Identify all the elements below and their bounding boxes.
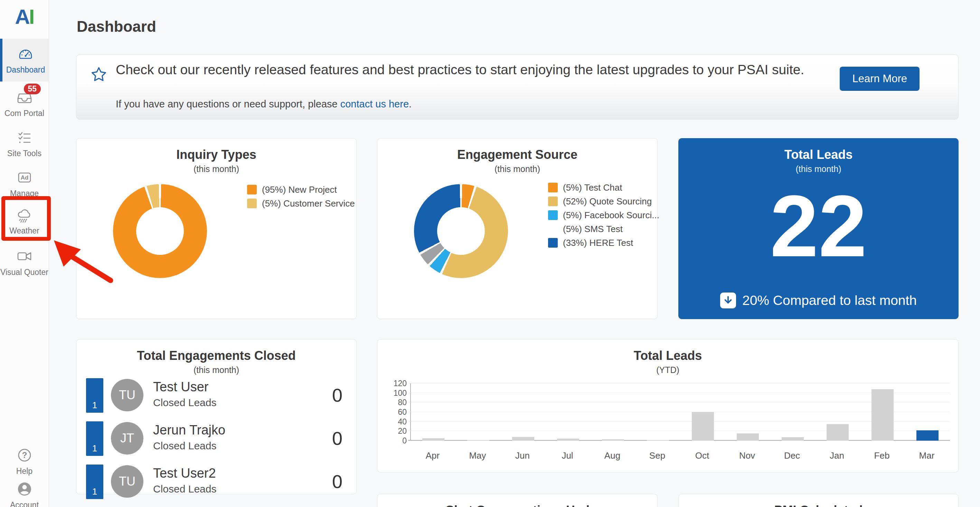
row-value: 0 bbox=[332, 385, 342, 406]
sidebar-item-label: Help bbox=[16, 467, 32, 476]
svg-text:Ad: Ad bbox=[21, 175, 28, 181]
card-title: Total Leads bbox=[377, 348, 958, 363]
total-leads-month-card: Total Leads (this month) 22 20% Compared… bbox=[678, 138, 959, 319]
bars bbox=[411, 383, 950, 441]
x-tick-label: Nov bbox=[725, 450, 770, 461]
card-subtitle: (YTD) bbox=[377, 365, 958, 375]
star-icon bbox=[90, 66, 107, 84]
sidebar-item-visual-quoter[interactable]: Visual Quoter bbox=[0, 246, 49, 279]
sidebar-item-account[interactable]: Account bbox=[0, 478, 49, 507]
bar-slot bbox=[815, 383, 860, 441]
dashboard-gauge-icon bbox=[17, 46, 34, 62]
card-subtitle: (this month) bbox=[377, 164, 657, 174]
x-tick-label: Feb bbox=[859, 450, 904, 461]
legend-label: (52%) Quote Sourcing bbox=[563, 196, 652, 207]
legend-swatch bbox=[548, 238, 558, 248]
banner-message: Check out our recently released features… bbox=[116, 60, 848, 79]
sidebar-item-help[interactable]: ? Help bbox=[0, 444, 49, 479]
sidebar-item-dashboard[interactable]: Dashboard bbox=[0, 39, 49, 81]
user-name: Test User bbox=[153, 380, 208, 394]
y-tick-label: 80 bbox=[379, 398, 407, 407]
user-name: Jerun Trajko bbox=[153, 423, 225, 437]
bar-chart-plot-area: 020406080100120 bbox=[410, 383, 950, 441]
legend-item[interactable]: (5%) Test Chat bbox=[548, 181, 659, 194]
cloud-rain-icon bbox=[16, 207, 33, 223]
bar-mar bbox=[916, 430, 939, 441]
card-title: Total Leads bbox=[679, 148, 958, 162]
legend-item[interactable]: (5%) Customer Service bbox=[247, 197, 355, 210]
y-tick-label: 100 bbox=[379, 389, 407, 397]
learn-more-button[interactable]: Learn More bbox=[840, 67, 920, 91]
x-tick-label: May bbox=[455, 450, 500, 461]
x-tick-label: Sep bbox=[635, 450, 680, 461]
bar-slot bbox=[456, 383, 501, 441]
x-tick-label: Mar bbox=[904, 450, 949, 461]
bar-sep bbox=[647, 440, 669, 441]
app-logo[interactable]: AI bbox=[0, 5, 49, 29]
announcement-banner: Check out our recently released features… bbox=[76, 54, 959, 119]
x-axis-labels: AprMayJunJulAugSepOctNovDecJanFebMar bbox=[410, 450, 949, 461]
bar-slot bbox=[635, 383, 680, 441]
engagement-source-donut-chart bbox=[414, 184, 508, 278]
x-tick-label: Jan bbox=[815, 450, 859, 461]
bar-jun bbox=[512, 437, 534, 441]
avatar: TU bbox=[111, 379, 143, 411]
bar-slot bbox=[770, 383, 815, 441]
logo-letter-i: I bbox=[29, 5, 34, 28]
row-sublabel: Closed Leads bbox=[153, 440, 216, 452]
banner-support-text: If you have any questions or need suppor… bbox=[116, 99, 412, 110]
bar-slot bbox=[590, 383, 635, 441]
card-subtitle: (this month) bbox=[76, 365, 356, 375]
engagement-source-card: Engagement Source (this month) (5%) Test… bbox=[377, 138, 658, 319]
card-subtitle: (this month) bbox=[679, 164, 958, 174]
bar-may bbox=[467, 440, 489, 441]
x-tick-label: Aug bbox=[590, 450, 635, 461]
inquiry-types-legend: (95%) New Project(5%) Customer Service bbox=[247, 183, 355, 210]
banner-support-prefix: If you have any questions or need suppor… bbox=[116, 99, 340, 110]
y-tick-label: 40 bbox=[379, 418, 407, 426]
x-tick-label: Oct bbox=[680, 450, 725, 461]
sidebar-item-manage[interactable]: Ad Manage bbox=[0, 167, 49, 201]
legend-item[interactable]: (5%) Facebook Sourci... bbox=[548, 208, 659, 222]
bar-apr bbox=[422, 438, 444, 441]
bar-slot bbox=[680, 383, 725, 441]
card-title: Total Engagements Closed bbox=[76, 348, 356, 363]
donut-hole bbox=[437, 207, 485, 255]
avatar: TU bbox=[111, 465, 143, 497]
legend-label: (33%) HERE Test bbox=[563, 238, 633, 248]
sidebar-item-site-tools[interactable]: Site Tools bbox=[0, 125, 49, 162]
legend-item[interactable]: (95%) New Project bbox=[247, 183, 355, 197]
sidebar-item-com-portal[interactable]: 55 Com Portal bbox=[0, 84, 49, 123]
ad-icon: Ad bbox=[16, 169, 33, 186]
bar-jul bbox=[557, 439, 579, 441]
bar-slot bbox=[411, 383, 456, 441]
legend-item[interactable]: (5%) SMS Test bbox=[548, 222, 659, 236]
bar-feb bbox=[872, 389, 894, 441]
x-tick-label: Dec bbox=[770, 450, 815, 461]
legend-label: (5%) Customer Service bbox=[262, 198, 355, 209]
leaderboard-row: 1JTJerun TrajkoClosed Leads0 bbox=[76, 420, 356, 463]
arrow-down-square-icon bbox=[720, 292, 736, 308]
row-value: 0 bbox=[332, 428, 342, 449]
sidebar-item-weather[interactable]: Weather bbox=[0, 205, 49, 238]
leaderboard-row: 1TUTest User2Closed Leads0 bbox=[76, 463, 356, 506]
sidebar-item-label: Weather bbox=[10, 226, 40, 235]
leaderboard-row: 1TUTest UserClosed Leads0 bbox=[76, 377, 356, 420]
card-title: Inquiry Types bbox=[76, 148, 356, 162]
card-title: Chat Conversations Had bbox=[377, 503, 657, 507]
inquiry-types-card: Inquiry Types (this month) (95%) New Pro… bbox=[76, 138, 356, 319]
row-value: 0 bbox=[332, 471, 342, 492]
legend-item[interactable]: (52%) Quote Sourcing bbox=[548, 194, 659, 208]
video-camera-icon bbox=[16, 248, 33, 265]
contact-us-link[interactable]: contact us here bbox=[340, 99, 409, 110]
engagement-source-legend: (5%) Test Chat(52%) Quote Sourcing(5%) F… bbox=[548, 181, 659, 250]
checklist-icon bbox=[16, 129, 33, 146]
account-icon bbox=[16, 481, 33, 497]
user-name: Test User2 bbox=[153, 466, 216, 481]
bar-slot bbox=[501, 383, 546, 441]
legend-swatch bbox=[548, 197, 558, 206]
rank-badge: 1 bbox=[86, 378, 103, 413]
legend-item[interactable]: (33%) HERE Test bbox=[548, 236, 659, 250]
y-tick-label: 20 bbox=[379, 427, 407, 435]
card-subtitle: (this month) bbox=[76, 164, 356, 174]
